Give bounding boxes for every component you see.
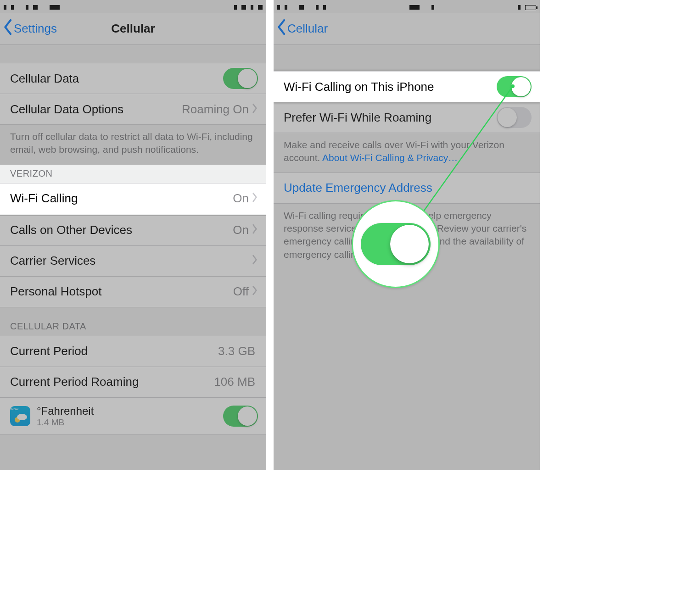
chevron-right-icon — [252, 191, 258, 206]
calls-other-devices-row[interactable]: Calls on Other Devices On — [0, 215, 266, 246]
app-name: °Fahrenheit — [37, 405, 94, 417]
calls-other-value: On — [233, 223, 252, 237]
back-label: Cellular — [287, 22, 328, 36]
cellular-data-options-value: Roaming On — [182, 102, 252, 117]
chevron-left-icon — [4, 19, 13, 38]
back-label: Settings — [14, 22, 57, 36]
wifi-account-note: Make and receive calls over Wi-Fi with y… — [274, 133, 540, 173]
hotspot-label: Personal Hotspot — [10, 284, 233, 299]
wifi-calling-on-iphone-row[interactable]: Wi-Fi Calling on This iPhone — [274, 71, 540, 102]
back-button[interactable]: Cellular — [274, 19, 328, 38]
chevron-right-icon — [252, 223, 258, 237]
about-wifi-privacy-link[interactable]: About Wi-Fi Calling & Privacy… — [322, 152, 458, 163]
right-screen: Cellular Wi-Fi Calling on This iPhone Pr… — [274, 0, 540, 470]
wifi-calling-row[interactable]: Wi-Fi Calling On — [0, 183, 266, 214]
app-size: 1.4 MB — [37, 417, 94, 428]
status-bar — [0, 0, 266, 13]
cellular-data-options-row[interactable]: Cellular Data Options Roaming On — [0, 94, 266, 125]
chevron-right-icon — [252, 284, 258, 299]
cellular-data-toggle[interactable] — [223, 68, 258, 89]
wifi-calling-label: Wi-Fi Calling — [10, 191, 233, 206]
hotspot-value: Off — [233, 284, 252, 299]
chevron-left-icon — [277, 19, 286, 38]
current-period-row: Current Period 3.3 GB — [0, 336, 266, 367]
app-data-toggle[interactable] — [223, 406, 258, 427]
update-emergency-address-label: Update Emergency Address — [284, 181, 532, 195]
carrier-services-label: Carrier Services — [10, 254, 252, 268]
carrier-services-row[interactable]: Carrier Services — [0, 245, 266, 277]
battery-icon — [525, 5, 536, 10]
wifi-calling-on-iphone-label: Wi-Fi Calling on This iPhone — [284, 80, 497, 94]
cellular-data-note: Turn off cellular data to restrict all d… — [0, 125, 266, 165]
current-period-roaming-row: Current Period Roaming 106 MB — [0, 367, 266, 398]
calls-other-label: Calls on Other Devices — [10, 223, 233, 237]
current-period-label: Current Period — [10, 344, 218, 358]
current-period-value: 3.3 GB — [218, 344, 258, 358]
wifi-calling-on-iphone-toggle[interactable] — [497, 76, 532, 97]
data-section-header: CELLULAR DATA — [0, 307, 266, 336]
prefer-wifi-roaming-row[interactable]: Prefer Wi-Fi While Roaming — [274, 102, 540, 133]
prefer-wifi-roaming-label: Prefer Wi-Fi While Roaming — [284, 111, 497, 125]
update-emergency-address-row[interactable]: Update Emergency Address — [274, 172, 540, 204]
roaming-period-label: Current Period Roaming — [10, 375, 214, 389]
wifi-calling-value: On — [233, 191, 252, 206]
fahrenheit-app-icon: Now — [10, 406, 30, 426]
chevron-right-icon — [252, 102, 258, 117]
cellular-data-row[interactable]: Cellular Data — [0, 63, 266, 94]
personal-hotspot-row[interactable]: Personal Hotspot Off — [0, 276, 266, 307]
back-button[interactable]: Settings — [0, 19, 57, 38]
chevron-right-icon — [252, 254, 258, 268]
roaming-period-value: 106 MB — [214, 375, 258, 389]
app-usage-row[interactable]: Now °Fahrenheit 1.4 MB — [0, 397, 266, 435]
carrier-section-header: VERIZON — [0, 165, 266, 184]
emergency-note: Wi-Fi calling requires location to help … — [274, 204, 540, 269]
prefer-wifi-roaming-toggle[interactable] — [497, 107, 532, 128]
nav-header: Cellular — [274, 13, 540, 45]
svg-point-1 — [17, 414, 27, 420]
cellular-data-label: Cellular Data — [10, 72, 223, 86]
left-screen: Settings Cellular Cellular Data Cellular… — [0, 0, 266, 470]
status-bar — [274, 0, 540, 13]
nav-header: Settings Cellular — [0, 13, 266, 45]
cellular-data-options-label: Cellular Data Options — [10, 102, 182, 117]
